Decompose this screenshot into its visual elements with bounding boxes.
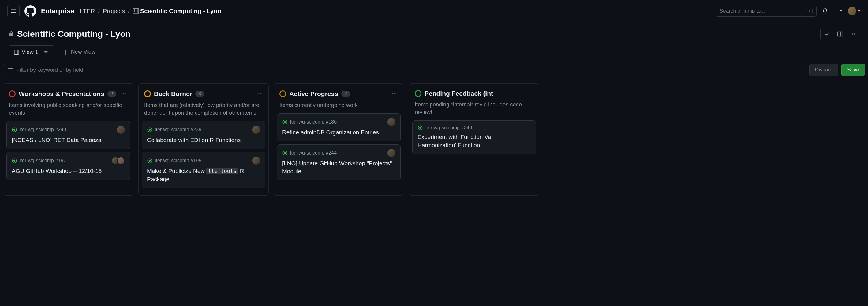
column-menu[interactable] xyxy=(255,90,263,98)
issue-reference: lter-wg-scicomp #240 xyxy=(426,125,472,131)
breadcrumb-separator: / xyxy=(98,8,100,15)
svg-point-2 xyxy=(850,33,851,34)
new-view-label: New View xyxy=(71,49,95,55)
svg-point-24 xyxy=(396,93,396,94)
svg-point-22 xyxy=(392,93,393,94)
board-card[interactable]: lter-wg-scicomp #186 Refine adminDB Orga… xyxy=(277,113,401,141)
lock-icon xyxy=(8,31,14,37)
column-pending-feedback: Pending Feedback (Int Items pending *int… xyxy=(409,83,539,196)
assignee-avatar[interactable] xyxy=(117,126,125,134)
issue-reference: lter-wg-scicomp #243 xyxy=(20,127,66,133)
issue-reference: lter-wg-scicomp #195 xyxy=(155,158,202,163)
page-title: Scientific Computing - Lyon xyxy=(17,29,131,39)
issue-reference: lter-wg-scicomp #239 xyxy=(155,127,202,133)
assignee-avatar[interactable] xyxy=(252,157,260,165)
breadcrumb-org[interactable]: LTER xyxy=(80,8,95,15)
column-description: Items pending *internal* revie includes … xyxy=(412,99,536,120)
card-title: [NCEAS / LNO] RET Data Palooza xyxy=(12,136,125,144)
svg-point-10 xyxy=(125,93,126,94)
breadcrumb-separator: / xyxy=(128,8,130,15)
board-card[interactable]: lter-wg-scicomp #240 Experiment with Fun… xyxy=(412,120,536,154)
panel-toggle-button[interactable] xyxy=(833,28,846,40)
plus-icon xyxy=(63,49,68,55)
count-badge: 3 xyxy=(195,91,204,97)
svg-point-26 xyxy=(284,121,286,123)
column-workshops: Workshops & Presentations 2 Items involv… xyxy=(3,83,133,196)
board-card[interactable]: lter-wg-scicomp #195 Make & Publicize Ne… xyxy=(142,152,266,188)
discard-button[interactable]: Discard xyxy=(809,64,839,76)
status-circle-icon xyxy=(415,90,422,97)
board-card[interactable]: lter-wg-scicomp #239 Collaborate with ED… xyxy=(142,121,266,149)
brand-name[interactable]: Enterprise xyxy=(41,7,74,15)
filter-icon xyxy=(8,67,13,73)
header-actions: / xyxy=(716,5,861,17)
user-menu[interactable] xyxy=(848,7,861,15)
tab-dropdown[interactable] xyxy=(42,49,49,55)
column-description: Items involving public speaking and/or s… xyxy=(6,100,130,121)
board-card[interactable]: lter-wg-scicomp #197 AGU GitHub Workshop… xyxy=(6,152,130,180)
new-view-button[interactable]: New View xyxy=(58,46,100,58)
notifications-icon[interactable] xyxy=(822,7,830,15)
search-kbd-hint: / xyxy=(806,8,813,15)
svg-point-15 xyxy=(257,93,258,94)
github-logo[interactable] xyxy=(25,5,36,17)
more-options-button[interactable] xyxy=(846,28,859,40)
card-title: AGU GitHub Workshop -- 12/10-15 xyxy=(12,167,125,175)
caret-down-icon xyxy=(44,50,48,54)
svg-point-14 xyxy=(14,160,15,162)
caret-down-icon xyxy=(840,9,842,12)
status-circle-icon xyxy=(279,90,286,97)
column-menu[interactable] xyxy=(390,90,398,98)
breadcrumb: LTER / Projects / Scientific Computing -… xyxy=(80,8,221,15)
card-title: Make & Publicize New ltertools R Package xyxy=(147,167,260,183)
board-card[interactable]: lter-wg-scicomp #244 [LNO] Update GitHub… xyxy=(277,144,401,180)
column-title: Workshops & Presentations xyxy=(19,90,104,98)
board-icon xyxy=(14,49,19,55)
assignee-avatar[interactable] xyxy=(388,149,396,157)
view-tabs: View 1 New View xyxy=(8,46,860,59)
global-search[interactable]: / xyxy=(716,5,816,17)
kebab-icon xyxy=(121,91,126,96)
card-title: Experiment with Function Va Harmonizatio… xyxy=(417,133,531,149)
project-header: Scientific Computing - Lyon View 1 xyxy=(0,22,868,59)
status-circle-icon xyxy=(9,90,16,97)
hamburger-menu[interactable] xyxy=(7,5,20,17)
svg-point-8 xyxy=(122,93,122,94)
svg-rect-0 xyxy=(837,32,842,36)
filter-box[interactable] xyxy=(3,64,806,76)
column-description: Items that are (relatively) low priority… xyxy=(142,100,266,121)
card-title: [LNO] Update GitHub Workshop "Projects" … xyxy=(282,160,396,176)
filter-input[interactable] xyxy=(16,67,802,73)
svg-point-9 xyxy=(123,93,124,94)
assignee-avatar xyxy=(117,157,125,165)
assignee-avatar[interactable] xyxy=(252,126,260,134)
global-header: Enterprise LTER / Projects / Scientific … xyxy=(0,0,868,22)
issue-reference: lter-wg-scicomp #244 xyxy=(290,150,337,156)
insights-button[interactable] xyxy=(820,28,833,40)
board-card[interactable]: lter-wg-scicomp #243 [NCEAS / LNO] RET D… xyxy=(6,121,130,149)
card-title: Collaborate with EDI on R Functions xyxy=(147,136,260,144)
column-active-progress: Active Progress 2 Items currently underg… xyxy=(274,83,404,196)
svg-point-4 xyxy=(854,33,855,34)
tab-label: View 1 xyxy=(22,49,38,55)
column-title: Pending Feedback (Int xyxy=(425,90,493,97)
open-issue-icon xyxy=(282,119,288,125)
open-issue-icon xyxy=(282,150,288,156)
avatar xyxy=(848,7,856,15)
issue-reference: lter-wg-scicomp #197 xyxy=(20,158,66,163)
svg-point-21 xyxy=(149,160,151,162)
assignee-avatars[interactable] xyxy=(112,157,125,165)
create-new-dropdown[interactable] xyxy=(835,7,842,15)
hamburger-icon xyxy=(11,8,16,14)
breadcrumb-current[interactable]: Scientific Computing - Lyon xyxy=(140,8,221,15)
svg-point-23 xyxy=(394,93,395,94)
svg-point-3 xyxy=(852,33,853,34)
column-menu[interactable] xyxy=(120,90,128,98)
svg-point-12 xyxy=(14,129,15,131)
tab-view-1[interactable]: View 1 xyxy=(8,46,55,59)
svg-rect-5 xyxy=(14,50,19,55)
assignee-avatar[interactable] xyxy=(388,118,396,126)
breadcrumb-section[interactable]: Projects xyxy=(103,8,125,15)
search-input[interactable] xyxy=(719,8,806,14)
save-button[interactable]: Save xyxy=(841,64,865,76)
